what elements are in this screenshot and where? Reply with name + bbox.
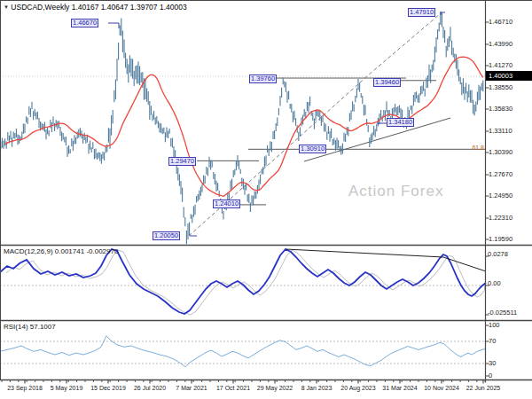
callout-connector: [108, 23, 119, 28]
x-axis-date-label: 10 Nov 2024: [424, 385, 459, 391]
rsi-axis-label: 70: [489, 338, 496, 345]
y-axis-label: 1.19590: [489, 236, 512, 243]
x-axis-date-label: 20 Aug 2023: [340, 385, 375, 391]
macd-signal-line: [6, 250, 485, 315]
fibonacci-61.8-label: 61.8: [467, 145, 484, 151]
y-axis-label: 1.43990: [489, 41, 512, 48]
macd-indicator-label: MACD(12,26,9) 0.001741 -0.002970: [4, 247, 118, 255]
x-axis-date-label: 15 Dec 2019: [90, 385, 126, 391]
price-callout[interactable]: 1.39760: [249, 74, 277, 83]
macd-axis-label: 0.0278: [488, 251, 508, 258]
action-forex-watermark: Action Forex: [348, 183, 443, 200]
macd-axis-label: 0.00: [488, 280, 501, 287]
rsi-indicator-label: RSI(14) 57.1007: [4, 323, 56, 331]
chart-title: ▼ USDCAD,Weekly 1.40167 1.40647 1.39707 …: [4, 3, 187, 12]
y-axis-label: 1.46710: [489, 19, 512, 26]
price-callout[interactable]: 1.47910: [408, 8, 435, 17]
macd-trendline: [286, 249, 486, 271]
x-axis-date-label: 31 Mar 2024: [382, 385, 417, 391]
ohlc-values: 1.40167 1.40647 1.39707 1.40003: [72, 3, 187, 12]
price-callout[interactable]: 1.46670: [71, 19, 98, 27]
symbol-timeframe-label: USDCAD,Weekly: [11, 3, 69, 12]
y-axis-label: 1.38550: [489, 84, 512, 91]
x-axis-date-label: 26 Jul 2020: [134, 385, 166, 391]
callout-connector: [441, 12, 445, 15]
rsi-axis-label: 30: [489, 360, 496, 367]
price-callout[interactable]: 1.29470: [168, 157, 196, 166]
current-price-tag: 1.40003: [486, 71, 532, 81]
x-axis-date-label: 7 Mar 2021: [176, 385, 207, 391]
x-axis-date-label: 8 Jan 2023: [301, 385, 332, 391]
x-axis-date-label: 17 Oct 2021: [216, 385, 250, 391]
rsi-axis-label: 0: [489, 372, 492, 379]
y-axis-label: 1.35830: [489, 106, 512, 113]
rsi-axis-label: 100: [489, 322, 500, 329]
symbol-dropdown-icon[interactable]: ▼: [4, 4, 9, 10]
chart-window: ▼ USDCAD,Weekly 1.40167 1.40647 1.39707 …: [0, 0, 532, 399]
macd-axis-label: -0.025511: [488, 309, 517, 317]
x-axis-date-label: 22 Jun 2025: [466, 385, 501, 391]
price-callout[interactable]: 1.20050: [153, 231, 180, 240]
y-axis-label: 1.27670: [489, 171, 512, 178]
price-callout[interactable]: 1.39460: [373, 78, 401, 87]
y-axis-label: 1.41270: [489, 62, 512, 69]
y-axis-label: 1.24950: [489, 192, 512, 200]
price-callout[interactable]: 1.30910: [299, 145, 326, 153]
y-axis-label: 1.33110: [489, 128, 512, 135]
price-callout[interactable]: 1.24010: [213, 200, 240, 208]
x-axis-date-label: 5 May 2019: [51, 385, 83, 391]
x-axis-date-label: 23 Sep 2018: [7, 385, 43, 391]
macd-main-line: [0, 249, 486, 314]
chart-canvas[interactable]: [0, 0, 532, 399]
rsi-line: [0, 336, 486, 367]
y-axis-label: 1.30390: [489, 149, 512, 156]
price-bars: [1, 12, 483, 245]
price-callout[interactable]: 1.34180: [387, 118, 414, 127]
y-axis-label: 1.22310: [489, 215, 512, 222]
x-axis-date-label: 29 May 2022: [257, 385, 293, 391]
